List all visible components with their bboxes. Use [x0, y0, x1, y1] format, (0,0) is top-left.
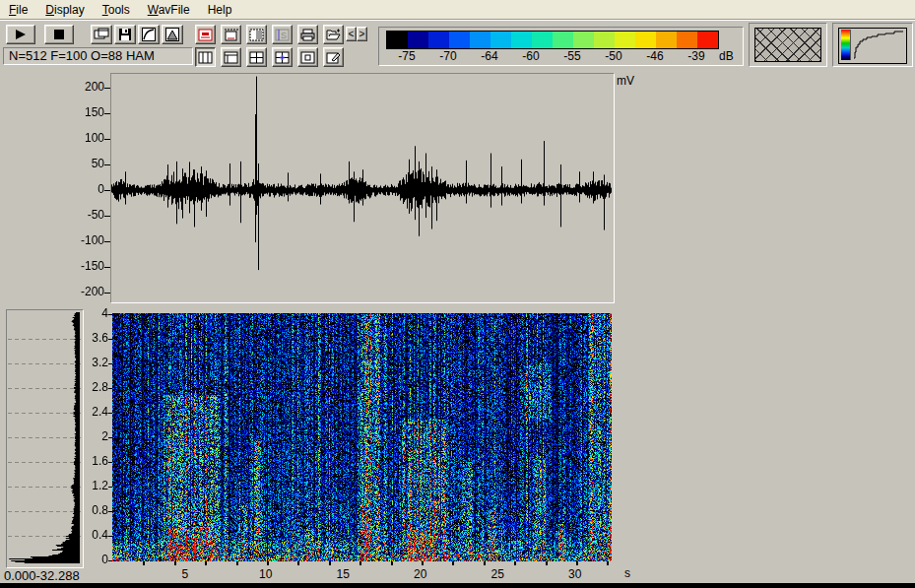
region-select-button[interactable] — [246, 25, 267, 44]
open-file-button[interactable] — [323, 25, 344, 44]
time-marks-icon — [224, 28, 238, 41]
menu-item-wavfile[interactable]: WavFile — [139, 1, 199, 20]
waveform-y-tick-label: 50 — [92, 157, 104, 170]
time-unit-label: s — [624, 566, 630, 580]
transfer-curve-button[interactable] — [138, 25, 160, 44]
waveform-y-tick — [104, 113, 110, 114]
grid-columns-icon — [198, 51, 213, 64]
print-button[interactable] — [297, 25, 318, 44]
spectrogram-x-tick — [422, 561, 424, 565]
palette-curve-icon — [838, 28, 907, 64]
frame-single-button[interactable] — [297, 47, 318, 67]
display-window-icon — [198, 29, 213, 41]
waveform-y-tick — [104, 164, 110, 165]
step-forward-button[interactable]: > — [357, 27, 367, 41]
spectrogram-y-tick-label: 3.2 — [92, 356, 108, 369]
spectrogram-x-tick — [576, 561, 578, 565]
color-cell-6 — [511, 32, 532, 48]
average-spectrum-canvas — [7, 310, 81, 565]
waveform-y-tick-label: 150 — [85, 105, 104, 119]
step-back-button[interactable]: < — [346, 27, 357, 41]
pattern-panel[interactable] — [749, 23, 827, 67]
waveform-unit-label: mV — [617, 74, 634, 88]
color-cell-9 — [573, 32, 594, 48]
palette-curve-panel[interactable] — [832, 23, 913, 67]
time-marks-button[interactable] — [221, 25, 241, 44]
stop-icon — [53, 29, 65, 40]
color-scale-tick-label: -50 — [605, 49, 621, 63]
waveform-canvas[interactable] — [111, 74, 612, 300]
color-cell-8 — [553, 32, 573, 48]
spectrogram-y-tick — [108, 437, 112, 438]
svg-text:S: S — [281, 31, 287, 40]
spectrogram-y-tick — [108, 388, 112, 389]
play-button[interactable] — [6, 25, 35, 44]
average-spectrum-panel[interactable] — [6, 309, 84, 568]
color-scale-bar — [386, 31, 719, 49]
desktop-edge — [0, 583, 915, 588]
open-folder-icon — [326, 29, 341, 41]
crosshatch-pattern-icon — [754, 28, 821, 62]
waveform-y-tick-label: 200 — [85, 80, 104, 94]
spectrogram-plot[interactable] — [112, 313, 612, 561]
color-cell-2 — [428, 32, 449, 48]
grid-columns-button[interactable] — [195, 47, 216, 67]
waveform-y-tick-label: -50 — [88, 208, 104, 222]
app-window: FileDisplayToolsWavFileHelp N=512 F=1 — [0, 0, 915, 588]
spectrogram-x-tick — [267, 561, 269, 565]
annotate-button[interactable] — [323, 47, 344, 67]
spectrogram-x-tick — [452, 561, 454, 565]
waveform-y-tick — [104, 190, 110, 191]
spectrogram-y-tick-label: 0 — [101, 553, 108, 566]
spectrum-section-button[interactable]: S — [272, 25, 293, 44]
spectrogram-x-tick — [143, 561, 145, 565]
display-window-button[interactable] — [195, 25, 216, 44]
spectrogram-y-tick-label: 1.6 — [92, 454, 108, 468]
grid-cross-marker-icon — [275, 51, 290, 64]
region-select-icon — [249, 29, 264, 41]
menu-item-display[interactable]: Display — [36, 1, 93, 20]
menu-item-help[interactable]: Help — [199, 1, 241, 20]
gain-curve-icon — [852, 29, 905, 61]
annotate-pencil-icon — [326, 51, 341, 64]
color-cell-3 — [449, 32, 470, 48]
color-cell-10 — [594, 32, 615, 48]
color-cell-5 — [490, 32, 511, 48]
play-icon — [14, 29, 28, 40]
spectrogram-x-tick — [359, 561, 361, 565]
spectrogram-y-tick-label: 3.6 — [92, 331, 108, 345]
grid-frame-icon — [224, 51, 238, 64]
stop-button[interactable] — [44, 25, 74, 44]
grid-cross-marker-button[interactable] — [272, 47, 293, 67]
analysis-params-field[interactable]: N=512 F=100 O=88 HAM — [3, 47, 193, 65]
spectrogram-y-tick — [108, 413, 112, 414]
print-icon — [300, 29, 315, 41]
palette-gradient-icon — [841, 30, 851, 60]
color-cell-15 — [697, 32, 718, 48]
spectrogram-y-tick — [108, 339, 112, 340]
cascade-windows-icon — [94, 28, 109, 41]
transfer-curve-icon — [142, 28, 156, 41]
spectrogram-x-tick — [297, 561, 299, 565]
peak-button[interactable] — [162, 25, 183, 44]
menu-item-tools[interactable]: Tools — [94, 1, 139, 20]
cascade-windows-button[interactable] — [91, 25, 112, 44]
menu-item-file[interactable]: File — [0, 1, 36, 20]
spectrogram-x-tick — [546, 561, 548, 565]
spectrogram-x-tick-label: 20 — [414, 567, 426, 581]
waveform-y-tick — [104, 293, 110, 294]
spectrogram-x-tick — [607, 561, 609, 565]
waveform-y-tick-label: -150 — [81, 259, 104, 273]
color-scale-unit: dB — [719, 49, 734, 63]
spectrogram-y-tick-label: 0.8 — [92, 503, 108, 517]
spectrogram-y-tick — [108, 462, 112, 463]
spectrogram-x-tick-label: 5 — [182, 567, 189, 581]
color-cell-14 — [677, 32, 697, 48]
color-cell-1 — [408, 32, 428, 48]
color-scale-tick-label: -75 — [398, 49, 415, 63]
waveform-plot[interactable] — [110, 73, 615, 303]
spectrogram-y-tick — [108, 511, 112, 512]
grid-frame-button[interactable] — [221, 47, 241, 67]
save-button[interactable] — [114, 25, 136, 44]
grid-cross-button[interactable] — [246, 47, 267, 67]
